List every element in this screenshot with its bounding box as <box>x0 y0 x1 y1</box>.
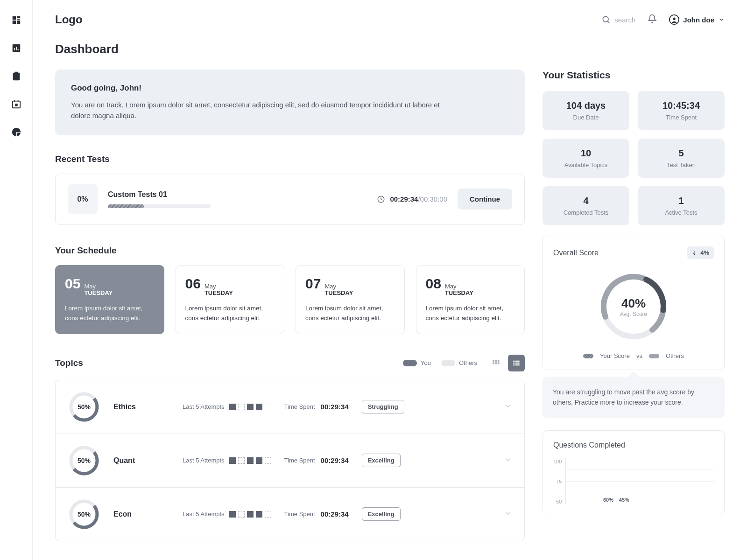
list-view-button[interactable] <box>508 355 525 371</box>
topics-title: Topics <box>55 358 83 368</box>
notifications-button[interactable] <box>648 14 657 25</box>
svg-rect-21 <box>498 360 500 362</box>
svg-rect-6 <box>14 48 15 50</box>
topic-ring: 50% <box>68 498 100 531</box>
svg-rect-2 <box>16 19 20 20</box>
svg-point-39 <box>596 269 671 344</box>
topic-row[interactable]: 50% Ethics Last 5 Attempts Time Spent00:… <box>55 380 525 434</box>
topic-ring: 50% <box>68 444 100 477</box>
chevron-down-icon <box>718 16 725 23</box>
score-legend: Your Score vs Others <box>553 352 714 359</box>
questions-card: Questions Completed 1007550 60%45% <box>543 430 725 515</box>
test-progress <box>108 204 211 208</box>
topic-ring: 50% <box>68 391 100 423</box>
search[interactable]: search <box>601 15 635 24</box>
svg-rect-4 <box>16 21 20 24</box>
continue-button[interactable]: Continue <box>458 189 512 210</box>
svg-rect-28 <box>515 363 520 364</box>
stat-card: 10Available Topics <box>543 139 629 178</box>
score-change-badge: 4% <box>687 246 714 259</box>
legend-others: Others <box>441 359 477 366</box>
svg-line-15 <box>608 21 610 23</box>
topic-time: Time Spent00:29:34 <box>284 510 349 518</box>
svg-rect-0 <box>12 16 15 20</box>
user-name: John doe <box>683 16 714 24</box>
schedule-card[interactable]: 08MayTUESDAYLorem ipsum dolor sit amet, … <box>416 265 525 334</box>
svg-rect-25 <box>513 361 514 362</box>
topic-status: Excelling <box>362 507 401 521</box>
svg-rect-27 <box>513 363 514 364</box>
nav-dashboard[interactable] <box>11 15 21 25</box>
stat-card: 104 daysDue Date <box>543 91 629 130</box>
svg-rect-9 <box>14 72 18 74</box>
header: Logo search John doe <box>55 13 725 26</box>
topic-name: Quant <box>113 456 169 465</box>
schedule-card[interactable]: 06MayTUESDAYLorem ipsum dolor sit amet, … <box>176 265 285 334</box>
topic-name: Econ <box>113 510 169 518</box>
svg-rect-20 <box>495 360 497 362</box>
questions-bars: 60%45% <box>566 458 714 504</box>
legend-you: You <box>403 359 431 366</box>
topic-time: Time Spent00:29:34 <box>284 456 349 464</box>
search-placeholder: search <box>614 16 635 24</box>
nav-clipboard[interactable] <box>11 71 21 81</box>
test-time: 00:29:34/00:30:00 <box>377 195 447 203</box>
svg-rect-23 <box>495 362 497 364</box>
svg-rect-22 <box>493 362 494 364</box>
nav-calendar[interactable] <box>11 99 21 109</box>
questions-title: Questions Completed <box>553 441 714 449</box>
svg-rect-3 <box>12 21 15 24</box>
test-name: Custom Tests 01 <box>108 190 366 199</box>
stat-card: 5Test Taken <box>638 139 725 178</box>
score-title: Overall Score <box>553 249 599 257</box>
logo: Logo <box>55 13 83 26</box>
topic-status: Excelling <box>362 454 401 467</box>
test-percent: 0% <box>68 184 98 214</box>
svg-rect-24 <box>498 362 500 364</box>
svg-rect-13 <box>15 104 17 106</box>
stat-card: 4Completed Tests <box>543 186 629 225</box>
expand-icon[interactable] <box>504 455 512 466</box>
nav-analytics[interactable] <box>11 43 21 53</box>
svg-point-17 <box>673 17 676 20</box>
tip-card: You are struggling to move past the avg … <box>543 377 725 418</box>
recent-test-card: 0% Custom Tests 01 00:29:34/00:30:00 Con… <box>55 174 525 225</box>
nav-pie[interactable] <box>11 127 21 137</box>
grid-view-button[interactable] <box>487 355 504 371</box>
svg-rect-26 <box>515 361 520 362</box>
user-menu[interactable]: John doe <box>669 14 725 25</box>
svg-rect-7 <box>16 47 17 50</box>
sidebar <box>0 0 33 560</box>
stats-title: Your Statistics <box>543 70 725 81</box>
clock-icon <box>377 195 385 203</box>
bell-icon <box>648 14 657 23</box>
topic-row[interactable]: 50% Quant Last 5 Attempts Time Spent00:2… <box>55 434 525 488</box>
page-title: Dashboard <box>55 42 725 56</box>
topic-name: Ethics <box>113 403 169 411</box>
greeting-card: Good going, John! You are on track, Lore… <box>55 70 525 135</box>
topic-status: Struggling <box>362 400 404 413</box>
greeting-title: Good going, John! <box>71 84 509 93</box>
score-donut: 40% Avg. Score <box>596 269 671 344</box>
search-icon <box>601 15 611 24</box>
expand-icon[interactable] <box>504 402 512 412</box>
svg-rect-19 <box>493 360 494 362</box>
schedule-title: Your Schedule <box>55 245 525 256</box>
topic-time: Time Spent00:29:34 <box>284 403 349 411</box>
svg-point-40 <box>596 269 671 344</box>
topic-row[interactable]: 50% Econ Last 5 Attempts Time Spent00:29… <box>55 488 525 541</box>
svg-point-14 <box>603 16 609 22</box>
schedule-card[interactable]: 07MayTUESDAYLorem ipsum dolor sit amet, … <box>296 265 405 334</box>
svg-rect-1 <box>16 16 20 18</box>
topic-attempts: Last 5 Attempts <box>183 457 271 464</box>
greeting-text: You are on track, Lorem ipsum dolor sit … <box>71 99 444 121</box>
score-card: Overall Score 4% 40% <box>543 236 725 370</box>
topic-attempts: Last 5 Attempts <box>183 511 271 518</box>
svg-rect-29 <box>513 364 514 365</box>
schedule-card[interactable]: 05MayTUESDAYLorem ipsum dolor sit amet, … <box>55 265 164 334</box>
topic-attempts: Last 5 Attempts <box>183 403 271 410</box>
avatar-icon <box>669 14 679 25</box>
expand-icon[interactable] <box>504 509 512 519</box>
stat-card: 10:45:34Time Spent <box>638 91 725 130</box>
svg-rect-30 <box>515 364 520 365</box>
